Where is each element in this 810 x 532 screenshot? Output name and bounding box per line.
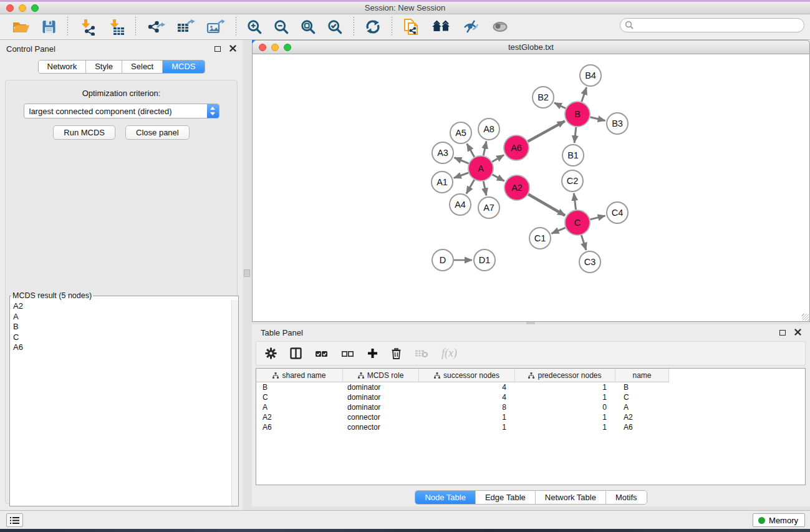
network-node[interactable]: C4 <box>607 202 628 223</box>
run-mcds-button[interactable]: Run MCDS <box>53 125 115 140</box>
network-edge[interactable] <box>551 228 565 233</box>
float-panel-icon[interactable] <box>215 46 221 52</box>
cell-successor-nodes[interactable]: 4 <box>419 392 515 402</box>
cell-shared-name[interactable]: B <box>256 382 343 392</box>
network-node[interactable]: B3 <box>607 113 628 134</box>
network-node[interactable]: A7 <box>478 197 499 218</box>
network-node[interactable]: A1 <box>432 172 453 193</box>
cell-shared-name[interactable]: A <box>256 402 343 412</box>
memory-button[interactable]: Memory <box>753 513 805 527</box>
open-session-button[interactable] <box>8 18 34 36</box>
network-edge[interactable] <box>454 173 468 178</box>
network-edge[interactable] <box>574 127 576 143</box>
search-box[interactable] <box>620 18 804 32</box>
cell-mcds-role[interactable]: dominator <box>343 392 419 402</box>
result-item[interactable]: C <box>13 332 238 343</box>
network-node[interactable]: A <box>468 156 493 181</box>
close-panel-icon[interactable] <box>794 328 801 337</box>
function-builder-button[interactable]: f(x) <box>441 347 457 360</box>
save-session-button[interactable] <box>37 18 60 36</box>
tab-network-table[interactable]: Network Table <box>536 491 606 504</box>
network-node[interactable]: A8 <box>478 118 499 140</box>
import-network-button[interactable] <box>75 17 100 37</box>
column-header-predecessor-nodes[interactable]: predecessor nodes <box>515 369 615 382</box>
result-item[interactable]: A6 <box>13 342 238 353</box>
network-close-button[interactable] <box>259 44 266 51</box>
cell-name[interactable]: A2 <box>615 412 669 422</box>
result-scrollbar[interactable] <box>231 300 238 506</box>
deselect-all-button[interactable] <box>341 349 354 358</box>
network-edge[interactable] <box>483 181 486 196</box>
zoom-out-button[interactable] <box>270 18 293 36</box>
show-log-button[interactable] <box>6 513 23 527</box>
cell-mcds-role[interactable]: connector <box>343 422 419 432</box>
network-node[interactable]: D <box>432 249 453 271</box>
network-maximize-button[interactable] <box>284 44 291 51</box>
network-node[interactable]: B4 <box>580 65 601 86</box>
network-edge[interactable] <box>581 235 586 250</box>
maximize-window-button[interactable] <box>31 4 39 12</box>
column-header-successor-nodes[interactable]: successor nodes <box>419 369 515 382</box>
network-node[interactable]: A5 <box>450 122 471 143</box>
tab-mcds[interactable]: MCDS <box>163 60 204 73</box>
network-node[interactable]: D1 <box>474 249 495 271</box>
export-image-button[interactable] <box>203 17 229 37</box>
export-table-button[interactable] <box>173 17 199 37</box>
cell-predecessor-nodes[interactable]: 1 <box>515 382 615 392</box>
network-window-titlebar[interactable]: testGlobe.txt <box>252 40 810 54</box>
network-node[interactable]: B1 <box>562 145 584 166</box>
search-input[interactable] <box>634 20 804 31</box>
cell-name[interactable]: B <box>615 382 669 392</box>
export-network-button[interactable] <box>143 17 169 37</box>
cell-successor-nodes[interactable]: 4 <box>419 382 515 392</box>
show-graphics-details-button[interactable] <box>459 18 484 36</box>
network-node[interactable]: A3 <box>432 142 453 163</box>
tab-edge-table[interactable]: Edge Table <box>476 491 536 504</box>
create-column-button[interactable] <box>367 348 378 359</box>
network-node[interactable]: C2 <box>562 170 583 191</box>
result-item[interactable]: B <box>13 322 238 332</box>
zoom-in-button[interactable] <box>243 18 266 36</box>
table-row[interactable]: C dominator 4 1 C <box>256 392 669 402</box>
cell-name[interactable]: A <box>615 402 669 412</box>
show-all-networks-button[interactable] <box>428 19 455 35</box>
tab-style[interactable]: Style <box>86 60 122 73</box>
network-minimize-button[interactable] <box>271 44 279 51</box>
delete-column-button[interactable] <box>391 347 402 359</box>
close-window-button[interactable] <box>6 4 14 12</box>
network-edge[interactable] <box>590 117 605 121</box>
column-header-mcds-role[interactable]: MCDS role <box>343 369 419 382</box>
cell-name[interactable]: C <box>615 392 669 402</box>
cell-predecessor-nodes[interactable]: 0 <box>515 402 615 412</box>
cell-predecessor-nodes[interactable]: 1 <box>515 412 615 422</box>
network-edge[interactable] <box>590 216 605 220</box>
network-node[interactable]: C <box>565 210 590 235</box>
table-row[interactable]: A6 connector 1 1 A6 <box>256 422 669 432</box>
divider-grip[interactable] <box>244 269 250 277</box>
network-edge[interactable] <box>574 193 576 210</box>
table-row[interactable]: A dominator 8 0 A <box>256 402 669 412</box>
network-node[interactable]: A2 <box>504 175 529 200</box>
cell-name[interactable]: A6 <box>615 422 669 432</box>
vertical-split-divider[interactable] <box>243 40 252 510</box>
network-node[interactable]: C3 <box>579 251 600 273</box>
tab-select[interactable]: Select <box>122 60 163 73</box>
criterion-dropdown[interactable]: largest connected component (directed) <box>24 104 219 118</box>
import-table-button[interactable] <box>104 17 128 37</box>
network-edge[interactable] <box>483 142 486 156</box>
column-header-name[interactable]: name <box>615 369 669 382</box>
cell-mcds-role[interactable]: connector <box>343 412 419 422</box>
network-node[interactable]: A6 <box>504 135 529 160</box>
network-edge[interactable] <box>528 194 565 215</box>
table-settings-button[interactable] <box>265 347 277 359</box>
network-canvas[interactable]: AA1A2A3A4A5A6A7A8BB1B2B3B4CC1C2C3C4DD1 <box>253 54 809 321</box>
tab-motifs[interactable]: Motifs <box>606 491 647 504</box>
cell-predecessor-nodes[interactable]: 1 <box>515 422 615 432</box>
tab-node-table[interactable]: Node Table <box>415 491 476 504</box>
cell-successor-nodes[interactable]: 1 <box>419 412 515 422</box>
network-edge[interactable] <box>554 103 566 109</box>
network-edge[interactable] <box>582 87 587 102</box>
close-panel-icon[interactable] <box>229 44 236 54</box>
network-node[interactable]: C1 <box>529 228 551 249</box>
duplicate-network-button[interactable] <box>399 16 424 37</box>
